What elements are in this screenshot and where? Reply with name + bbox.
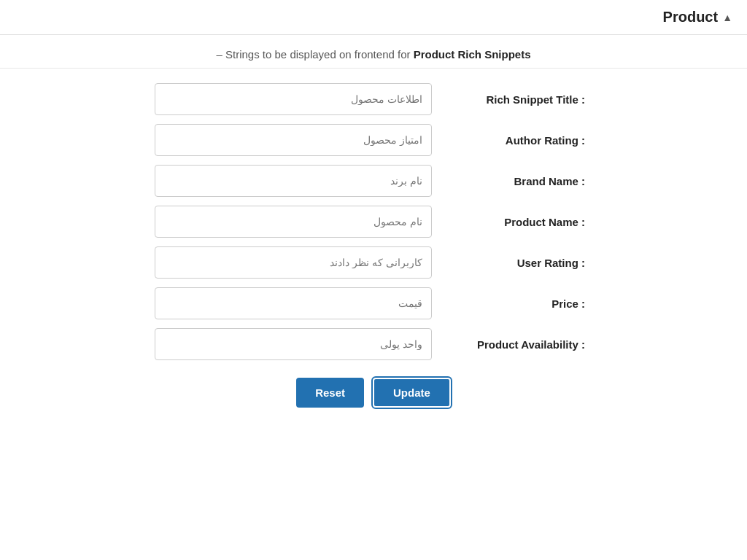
field-label-0: Rich Snippet Title : [432, 93, 592, 106]
product-availability-input[interactable] [155, 328, 432, 360]
field-label-2: Brand Name : [432, 175, 592, 187]
header-arrow-icon: ▲ [722, 12, 732, 23]
user-rating-input[interactable] [155, 246, 432, 279]
subtitle-prefix: – Strings to be displayed on frontend fo… [216, 48, 413, 61]
update-button[interactable]: Update [373, 378, 451, 408]
field-row-2: Brand Name : [29, 165, 718, 197]
brand-name-input[interactable] [155, 165, 432, 197]
rich-snippet-title-input[interactable] [155, 83, 432, 115]
field-label-1: Author Rating : [432, 134, 592, 147]
price-input[interactable] [155, 287, 432, 319]
subtitle-bar: – Strings to be displayed on frontend fo… [0, 35, 747, 69]
field-row-3: Product Name : [29, 206, 718, 238]
reset-button[interactable]: Reset [296, 378, 364, 408]
field-row-4: User Rating : [29, 246, 718, 279]
page-wrapper: Product ▲ – Strings to be displayed on f… [0, 0, 747, 560]
field-row-0: Rich Snippet Title : [29, 83, 718, 115]
field-label-4: User Rating : [432, 257, 592, 269]
field-label-6: Product Availability : [432, 338, 592, 351]
field-label-3: Product Name : [432, 216, 592, 228]
subtitle-bold: Product Rich Snippets [414, 48, 531, 61]
product-name-input[interactable] [155, 206, 432, 238]
buttons-area: Reset Update [29, 378, 718, 408]
author-rating-input[interactable] [155, 124, 432, 156]
main-content: Rich Snippet Title :Author Rating :Brand… [0, 69, 747, 422]
field-row-5: Price : [29, 287, 718, 319]
field-row-6: Product Availability : [29, 328, 718, 360]
field-label-5: Price : [432, 298, 592, 310]
page-title: Product [663, 9, 719, 26]
header: Product ▲ [0, 0, 747, 35]
field-row-1: Author Rating : [29, 124, 718, 156]
fields-container: Rich Snippet Title :Author Rating :Brand… [29, 83, 718, 360]
